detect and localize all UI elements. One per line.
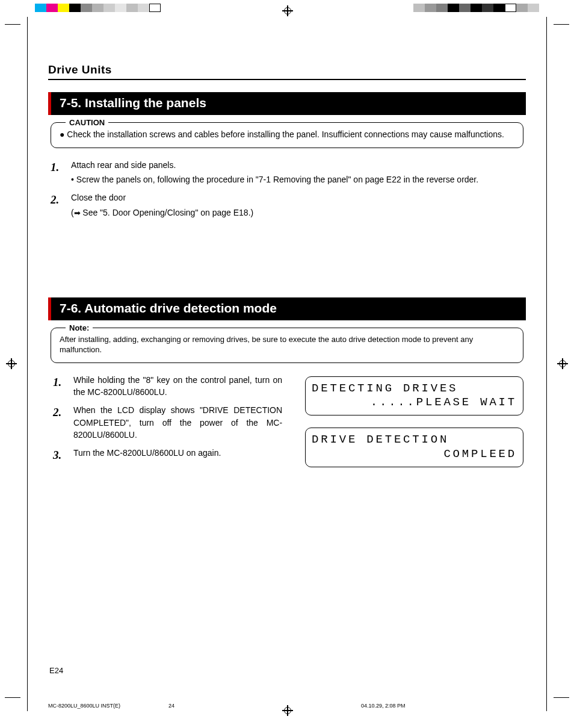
- step-sub: Screw the panels on, following the proce…: [71, 173, 523, 185]
- step-text: Close the door: [71, 191, 523, 204]
- caution-label: CAUTION: [66, 117, 108, 128]
- slug-page: 24: [168, 703, 361, 709]
- step-2: 2. Close the door (See "5. Door Opening/…: [51, 191, 523, 219]
- lcd-line: .....PLEASE WAIT: [312, 396, 517, 410]
- steps-7-6: 1. While holding the "8" key on the cont…: [53, 374, 282, 470]
- step-3: 3. Turn the MC-8200LU/8600LU on again.: [53, 447, 282, 464]
- registration-mark-left: [6, 358, 17, 369]
- steps-7-5: 1. Attach rear and side panels. Screw th…: [51, 159, 523, 219]
- slugline: MC-8200LU_8600LU INST(E) 24 04.10.29, 2:…: [48, 703, 526, 709]
- arrow-icon: [74, 208, 83, 217]
- note-label: Note:: [66, 323, 93, 334]
- lcd-line: DETECTING DRIVES: [312, 382, 458, 395]
- step-number: 1.: [51, 159, 64, 186]
- color-bar-left: [35, 4, 161, 12]
- section-7-6-body: 1. While holding the "8" key on the cont…: [51, 374, 523, 470]
- step-number: 1.: [53, 374, 66, 399]
- step-ref: See "5. Door Opening/Closing" on page E1…: [82, 208, 253, 217]
- page-number: E24: [49, 666, 63, 675]
- step-text: While holding the "8" key on the control…: [73, 374, 282, 399]
- step-2: 2. When the LCD display shows "DRIVE DET…: [53, 404, 282, 441]
- step-number: 2.: [53, 404, 66, 441]
- step-number: 2.: [51, 191, 64, 219]
- slug-time: 04.10.29, 2:08 PM: [361, 703, 526, 709]
- section-title-7-5: 7-5. Installing the panels: [48, 92, 526, 115]
- lcd-line: COMPLEED: [312, 447, 517, 462]
- step-text: Turn the MC-8200LU/8600LU on again.: [73, 447, 282, 464]
- registration-mark-right: [557, 358, 568, 369]
- color-bar-right: [413, 4, 539, 12]
- registration-mark-top: [282, 5, 293, 16]
- lcd-line: DRIVE DETECTION: [312, 433, 449, 446]
- page-content: Drive Units 7-5. Installing the panels C…: [48, 63, 526, 692]
- step-number: 3.: [53, 447, 66, 464]
- note-box: Note: After installing, adding, exchangi…: [51, 328, 523, 363]
- slug-file: MC-8200LU_8600LU INST(E): [48, 703, 168, 709]
- caution-box: CAUTION ● Check the installation screws …: [51, 122, 523, 148]
- page-header: Drive Units: [48, 63, 526, 80]
- step-text: When the LCD display shows "DRIVE DETECT…: [73, 404, 282, 441]
- caution-text: ● Check the installation screws and cabl…: [60, 129, 514, 140]
- lcd-screen-2: DRIVE DETECTION COMPLEED: [305, 428, 523, 467]
- step-text: Attach rear and side panels.: [71, 159, 523, 171]
- lcd-screen-1: DETECTING DRIVES .....PLEASE WAIT: [305, 376, 523, 416]
- lcd-displays: DETECTING DRIVES .....PLEASE WAIT DRIVE …: [305, 374, 523, 470]
- step-1: 1. Attach rear and side panels. Screw th…: [51, 159, 523, 186]
- note-text: After installing, adding, exchanging or …: [60, 334, 514, 355]
- section-title-7-6: 7-6. Automatic drive detection mode: [48, 297, 526, 320]
- step-1: 1. While holding the "8" key on the cont…: [53, 374, 282, 399]
